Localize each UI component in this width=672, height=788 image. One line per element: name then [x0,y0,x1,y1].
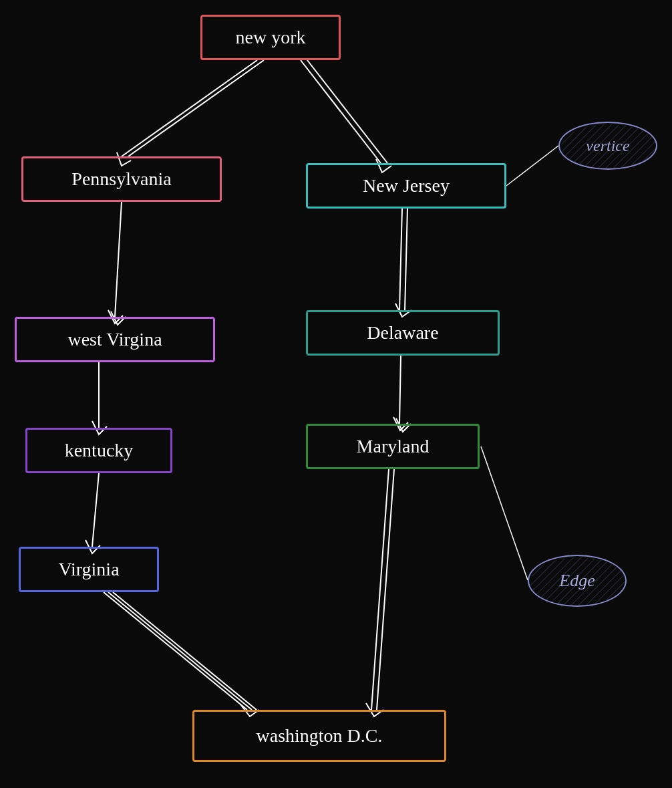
svg-line-4 [115,202,122,317]
connection-lines [0,0,672,788]
svg-line-16 [506,146,558,186]
svg-line-6 [92,473,99,547]
legend-edge-label: Edge [559,571,595,591]
node-new-york: new york [200,15,341,60]
node-virginia: Virginia [19,547,159,592]
svg-line-3 [307,60,387,163]
svg-line-0 [128,60,264,156]
svg-line-13 [371,469,389,710]
svg-line-11 [405,209,407,310]
svg-line-1 [122,60,257,156]
legend-vertice-label: vertice [586,137,629,155]
node-maryland: Maryland [306,424,480,469]
svg-line-7 [104,592,247,710]
node-west-virginia: west Virgina [15,317,215,362]
svg-line-9 [113,592,257,710]
node-new-jersey: New Jersey [306,163,506,209]
svg-line-15 [481,446,528,580]
node-washington: washington D.C. [192,710,446,762]
node-delaware: Delaware [306,310,500,356]
node-kentucky: kentucky [25,428,172,473]
diagram: new york Pennsylvania New Jersey west Vi… [0,0,672,788]
legend-vertice: vertice [558,122,657,170]
svg-line-12 [399,356,401,424]
svg-line-8 [108,592,252,710]
node-pennsylvania: Pennsylvania [21,156,222,202]
svg-line-2 [301,60,381,163]
legend-edge: Edge [528,555,627,607]
svg-line-14 [377,469,394,710]
svg-line-10 [399,209,402,310]
